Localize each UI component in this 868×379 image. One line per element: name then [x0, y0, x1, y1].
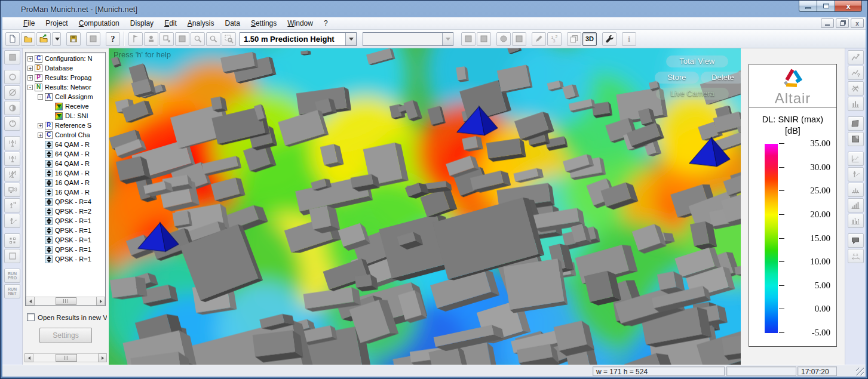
expand-plus-icon[interactable]: +	[38, 133, 43, 138]
image-view-button[interactable]	[848, 132, 864, 146]
menu-item-settings[interactable]: Settings	[246, 18, 282, 29]
tree-item[interactable]: QPSK - R=1	[26, 245, 105, 254]
tree-item[interactable]: QPSK - R=2	[26, 207, 105, 216]
tree-item[interactable]: QPSK - R=4	[26, 197, 105, 207]
run-pro-button[interactable]: RUN PRO	[4, 269, 20, 283]
comment-button[interactable]	[848, 233, 864, 248]
restore-button[interactable]	[817, 1, 835, 12]
expand-plus-icon[interactable]: +	[27, 75, 33, 81]
collapse-minus-icon[interactable]: -	[38, 94, 43, 100]
line-chart-button[interactable]	[848, 50, 864, 64]
new-file-button[interactable]	[5, 32, 20, 46]
tree-item[interactable]: 64 QAM - R	[26, 140, 105, 149]
area-chart-button[interactable]	[848, 152, 864, 166]
menu-item-display[interactable]: Display	[125, 18, 159, 29]
combo-dropdown-button[interactable]	[345, 33, 356, 45]
circle-half-button[interactable]	[4, 101, 20, 115]
tree-item[interactable]: 16 QAM - R	[26, 187, 105, 197]
area-fill-button[interactable]	[4, 50, 20, 64]
tree-item[interactable]: -NResults: Networ	[26, 82, 105, 92]
circle-off-button[interactable]	[4, 85, 20, 100]
tree-item[interactable]: +CControl Cha	[26, 130, 105, 140]
tree-item[interactable]: QPSK - R=1	[26, 254, 105, 264]
tree-item[interactable]: Receive	[26, 101, 105, 111]
bar-chart-lines-button[interactable]	[848, 214, 864, 228]
move-antenna-button[interactable]	[4, 198, 20, 212]
antenna-pattern-button[interactable]	[4, 214, 20, 228]
tree-item[interactable]: 16 QAM - R	[26, 168, 105, 178]
document-antenna-icon[interactable]	[5, 19, 16, 28]
scroll-track[interactable]	[33, 353, 98, 362]
resize-grip[interactable]	[856, 368, 864, 375]
tree-item[interactable]: QPSK - R=1	[26, 216, 105, 226]
expand-plus-icon[interactable]: +	[27, 56, 33, 61]
components-button[interactable]	[4, 233, 20, 248]
menu-item-computation[interactable]: Computation	[73, 18, 125, 29]
menu-item-edit[interactable]: Edit	[159, 18, 182, 29]
tree-item[interactable]: +DDatabase	[26, 63, 105, 73]
expand-plus-icon[interactable]: +	[27, 66, 33, 71]
combo-dropdown-button[interactable]	[442, 33, 453, 45]
scroll-track[interactable]	[35, 297, 96, 306]
area-select-button[interactable]	[4, 249, 20, 263]
scroll-left-arrow[interactable]	[26, 297, 35, 306]
tree-item[interactable]: DL: SNI	[26, 111, 105, 121]
rotate-view-button[interactable]	[4, 116, 20, 131]
result-select[interactable]	[363, 32, 453, 46]
panel-horizontal-scrollbar[interactable]	[24, 353, 107, 362]
options-wrench-button[interactable]	[602, 32, 617, 46]
value-range-button[interactable]: x.x	[848, 249, 864, 263]
tree-item[interactable]: QPSK - R=1	[26, 235, 105, 245]
menu-item-analysis[interactable]: Analysis	[182, 18, 220, 29]
view-3d-button[interactable]: 3D	[582, 32, 597, 46]
scroll-thumb[interactable]	[56, 354, 78, 362]
tree-item[interactable]: 64 QAM - R	[26, 149, 105, 159]
tree-item[interactable]: +CConfiguration: N	[26, 54, 105, 63]
mdi-close-button[interactable]: x	[851, 19, 864, 28]
map-view-button[interactable]	[848, 116, 864, 131]
circle-tool-button[interactable]	[4, 70, 20, 84]
open-results-checkbox[interactable]	[27, 313, 35, 321]
settings-button[interactable]: Settings	[39, 328, 92, 343]
tree-item[interactable]: 64 QAM - R	[26, 159, 105, 168]
menu-item-window[interactable]: Window	[282, 18, 318, 29]
store-button[interactable]: Store	[655, 72, 699, 84]
expand-plus-icon[interactable]: +	[38, 123, 43, 128]
open-special-button[interactable]	[36, 32, 51, 46]
save-button[interactable]	[66, 32, 81, 46]
tree-item[interactable]: +PResults: Propag	[26, 73, 105, 82]
menu-item-help[interactable]: ?	[318, 18, 333, 29]
histogram-button[interactable]	[848, 97, 864, 111]
site-button[interactable]	[4, 136, 20, 150]
delete-button[interactable]: Delete	[701, 72, 741, 84]
antenna-button[interactable]	[4, 152, 20, 166]
close-button[interactable]: x	[835, 1, 862, 12]
tree-item[interactable]: -ACell Assignm	[26, 92, 105, 101]
tree-item[interactable]: QPSK - R=1	[26, 226, 105, 235]
scroll-thumb[interactable]	[56, 297, 76, 305]
menu-item-project[interactable]: Project	[40, 18, 73, 29]
menu-item-file[interactable]: File	[18, 18, 40, 29]
tree-horizontal-scrollbar[interactable]	[26, 297, 105, 306]
menu-item-data[interactable]: Data	[220, 18, 246, 29]
prediction-height-select[interactable]: 1.50 m Prediction Height	[240, 32, 357, 46]
antenna-diagram-button[interactable]	[848, 167, 864, 181]
tree-item[interactable]: +RReference S	[26, 121, 105, 130]
bar-chart-button[interactable]	[848, 183, 864, 197]
mdi-minimize-button[interactable]	[821, 19, 834, 28]
remote-station-button[interactable]	[4, 183, 20, 197]
mdi-restore-button[interactable]	[836, 19, 849, 28]
open-file-button[interactable]	[21, 32, 35, 46]
total-view-button[interactable]: Total View	[666, 56, 728, 67]
chart-query-button[interactable]: ?	[848, 66, 864, 80]
scroll-right-arrow[interactable]	[98, 353, 107, 362]
antenna-disable-button[interactable]	[4, 167, 20, 181]
minimize-button[interactable]	[799, 1, 817, 12]
tree-item[interactable]: 16 QAM - R	[26, 178, 105, 187]
bar-chart-asc-button[interactable]	[848, 198, 864, 212]
collapse-minus-icon[interactable]: -	[27, 85, 33, 90]
scroll-right-arrow[interactable]	[96, 297, 105, 306]
open-dropdown-button[interactable]	[52, 32, 61, 46]
delete-curve-button[interactable]	[848, 81, 864, 95]
help-button[interactable]: ?	[106, 32, 120, 46]
